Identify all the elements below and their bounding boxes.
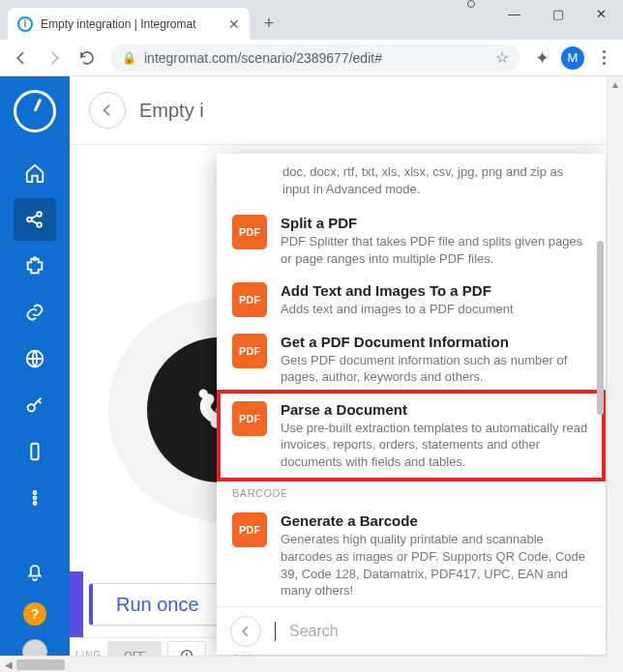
address-bar[interactable]: 🔒 integromat.com/scenario/2389677/edit# … [110, 44, 520, 72]
module-search-input[interactable] [289, 623, 592, 640]
sidebar-notifications[interactable] [14, 550, 56, 593]
svg-rect-6 [31, 444, 38, 460]
section-barcode-label: BARCODE [217, 480, 606, 503]
run-once-button[interactable]: Run once [89, 583, 223, 626]
pdf-icon: PDF [232, 401, 267, 436]
sidebar-more[interactable] [14, 477, 56, 519]
module-desc: Use pre-built extraction templates to au… [281, 420, 590, 471]
close-tab-icon[interactable]: ✕ [228, 16, 240, 32]
svg-point-8 [34, 497, 37, 500]
sidebar: ? [0, 76, 70, 672]
module-read-barcode[interactable]: PDF Read a Barcode Read barcodes from im… [217, 605, 606, 606]
module-split-pdf[interactable]: PDF Split a PDF PDF Splitter that takes … [217, 205, 606, 273]
chrome-menu-icon[interactable] [590, 50, 617, 65]
sidebar-share[interactable] [14, 198, 56, 241]
sidebar-help[interactable]: ? [23, 602, 46, 626]
lock-icon: 🔒 [122, 51, 136, 65]
window-vertical-scrollbar[interactable]: ▲ [607, 76, 623, 656]
bookmark-star-icon[interactable]: ☆ [495, 48, 509, 67]
module-list-body[interactable]: doc, docx, rtf, txt, xls, xlsx, csv, jpg… [217, 154, 606, 606]
window-horizontal-scrollbar[interactable]: ◀ [0, 656, 607, 672]
module-get-pdf-info[interactable]: PDF Get a PDF Document Information Gets … [217, 324, 606, 392]
module-title: Parse a Document [281, 401, 590, 418]
search-caret [275, 622, 276, 641]
browser-tab[interactable]: Empty integration | Integromat ✕ [8, 8, 250, 40]
module-title: Split a PDF [281, 215, 590, 231]
module-picker-panel: doc, docx, rtf, txt, xls, xlsx, csv, jpg… [217, 154, 606, 655]
module-title: Add Text and Images To a PDF [281, 282, 590, 299]
sidebar-key[interactable] [14, 384, 56, 426]
module-desc: Generates high quality printable and sca… [281, 531, 590, 599]
panel-footer [217, 606, 606, 655]
window-titlebar: Empty integration | Integromat ✕ + — ▢ ✕ [0, 0, 623, 40]
module-title: Generate a Barcode [281, 512, 590, 529]
pdf-icon: PDF [232, 512, 267, 547]
module-desc-truncated: doc, docx, rtf, txt, xls, xlsx, csv, jpg… [217, 160, 606, 205]
sidebar-device[interactable] [14, 430, 56, 473]
canvas-header: Empty i [70, 76, 623, 145]
sidebar-link[interactable] [14, 291, 56, 334]
module-desc: PDF Splitter that takes PDF file and spl… [281, 233, 590, 267]
svg-point-9 [34, 502, 37, 505]
account-status-icon[interactable] [449, 0, 492, 8]
maximize-button[interactable]: ▢ [536, 0, 579, 27]
scroll-left-icon[interactable]: ◀ [0, 657, 16, 672]
scroll-corner [607, 656, 623, 672]
scroll-up-icon[interactable]: ▲ [608, 76, 623, 93]
scenario-back-button[interactable] [89, 92, 126, 129]
tab-title: Empty integration | Integromat [41, 17, 221, 31]
forward-button[interactable] [39, 43, 70, 73]
pdf-icon: PDF [232, 282, 267, 317]
module-parse-document[interactable]: PDF Parse a Document Use pre-built extra… [221, 394, 602, 479]
page-title: Empty i [139, 100, 204, 122]
pdf-icon: PDF [232, 215, 267, 249]
integromat-favicon [17, 16, 33, 32]
sidebar-puzzle[interactable] [14, 245, 56, 287]
reload-button[interactable] [72, 43, 103, 73]
app-body: ? Empty i Run once LING OFF CO [0, 76, 623, 672]
extensions-icon[interactable]: ✦ [528, 47, 555, 69]
window-controls: — ▢ ✕ [449, 0, 623, 40]
module-title: Get a PDF Document Information [281, 334, 590, 350]
close-window-button[interactable]: ✕ [579, 0, 623, 27]
module-desc: Adds text and images to a PDF document [281, 301, 590, 318]
minimize-button[interactable]: — [492, 0, 536, 27]
url-text: integromat.com/scenario/2389677/edit# [144, 50, 382, 66]
svg-point-5 [28, 404, 35, 411]
sidebar-home[interactable] [14, 152, 56, 194]
module-desc: Gets PDF document information such as nu… [281, 352, 590, 386]
integromat-logo[interactable] [14, 90, 56, 132]
browser-toolbar: 🔒 integromat.com/scenario/2389677/edit# … [0, 40, 623, 76]
pdf-icon: PDF [232, 334, 267, 368]
module-generate-barcode[interactable]: PDF Generate a Barcode Generates high qu… [217, 503, 606, 604]
h-scroll-thumb[interactable] [16, 659, 65, 670]
module-add-text-images[interactable]: PDF Add Text and Images To a PDF Adds te… [217, 273, 606, 324]
new-tab-button[interactable]: + [255, 10, 282, 37]
svg-point-7 [34, 491, 37, 494]
panel-back-button[interactable] [230, 616, 261, 647]
back-button[interactable] [6, 43, 37, 73]
panel-scrollbar-thumb[interactable] [597, 241, 604, 415]
profile-avatar[interactable]: M [561, 46, 584, 70]
sidebar-globe[interactable] [14, 337, 56, 380]
